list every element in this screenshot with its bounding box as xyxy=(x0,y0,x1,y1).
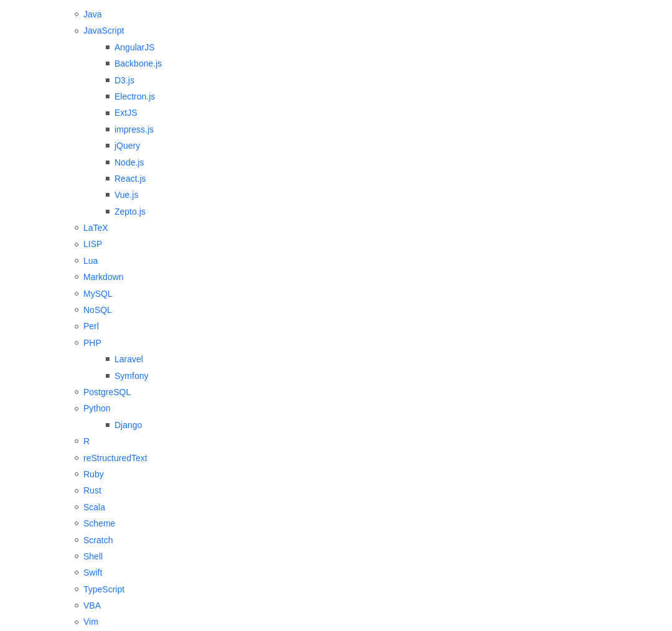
list-item: Lua xyxy=(0,253,672,269)
tree-link-shell[interactable]: Shell xyxy=(83,549,103,563)
circle-bullet-icon xyxy=(75,489,78,493)
circle-bullet-icon xyxy=(75,620,78,624)
list-item: Perl xyxy=(0,318,672,334)
circle-bullet-icon xyxy=(75,226,78,230)
square-bullet-icon xyxy=(106,128,110,131)
list-item: Zepto.js xyxy=(0,203,672,220)
circle-bullet-icon xyxy=(75,325,78,329)
tree-link-markdown[interactable]: Markdown xyxy=(83,270,124,284)
tree-link-impressjs[interactable]: impress.js xyxy=(114,123,154,136)
circle-bullet-icon xyxy=(75,390,78,394)
list-item: jQuery xyxy=(0,138,672,154)
tree-link-mysql[interactable]: MySQL xyxy=(83,287,113,301)
tree-link-jquery[interactable]: jQuery xyxy=(114,139,140,152)
list-item: VBA xyxy=(0,597,672,614)
circle-bullet-icon xyxy=(75,292,78,296)
tree-link-zeptojs[interactable]: Zepto.js xyxy=(114,205,146,218)
list-item: Backbone.js xyxy=(0,55,672,72)
square-bullet-icon xyxy=(106,374,110,378)
tree-link-lisp[interactable]: LISP xyxy=(83,237,102,251)
tree-link-perl[interactable]: Perl xyxy=(83,319,99,333)
square-bullet-icon xyxy=(106,111,110,115)
square-bullet-icon xyxy=(106,95,110,98)
list-item: Markdown xyxy=(0,269,672,285)
tree-link-symfony[interactable]: Symfony xyxy=(114,369,148,383)
tree-link-vim[interactable]: Vim xyxy=(83,615,98,629)
circle-bullet-icon xyxy=(75,587,78,591)
list-item: R xyxy=(0,433,672,449)
list-item: Node.js xyxy=(0,154,672,171)
tree-link-reactjs[interactable]: React.js xyxy=(114,172,146,185)
circle-bullet-icon xyxy=(75,521,78,525)
list-item: PHP xyxy=(0,335,672,351)
square-bullet-icon xyxy=(106,193,110,197)
square-bullet-icon xyxy=(106,62,110,65)
list-item: Shell xyxy=(0,548,672,564)
tree-link-java[interactable]: Java xyxy=(83,7,102,21)
list-item: PostgreSQL xyxy=(0,384,672,400)
circle-bullet-icon xyxy=(75,571,78,574)
tree-link-restructuredtext[interactable]: reStructuredText xyxy=(83,451,147,465)
tree-link-backbonejs[interactable]: Backbone.js xyxy=(114,57,162,70)
tree-link-vba[interactable]: VBA xyxy=(83,599,101,612)
circle-bullet-icon xyxy=(75,243,78,246)
circle-bullet-icon xyxy=(75,554,78,558)
tree-link-swift[interactable]: Swift xyxy=(83,566,102,579)
tree-link-rust[interactable]: Rust xyxy=(83,484,101,497)
tree-link-postgresql[interactable]: PostgreSQL xyxy=(83,385,131,399)
list-item: Laravel xyxy=(0,351,672,367)
circle-bullet-icon xyxy=(75,308,78,312)
square-bullet-icon xyxy=(106,45,110,49)
square-bullet-icon xyxy=(106,357,110,361)
list-item: Scratch xyxy=(0,532,672,548)
tree-link-nodejs[interactable]: Node.js xyxy=(114,156,144,169)
list-item: MySQL xyxy=(0,286,672,302)
tree-link-d3js[interactable]: D3.js xyxy=(114,73,134,87)
list-item: LaTeX xyxy=(0,220,672,236)
list-item: React.js xyxy=(0,171,672,187)
circle-bullet-icon xyxy=(75,12,78,16)
list-item: TypeScript xyxy=(0,581,672,597)
list-item: Scheme xyxy=(0,515,672,531)
circle-bullet-icon xyxy=(75,456,78,460)
circle-bullet-icon xyxy=(75,538,78,542)
list-item: Scala xyxy=(0,499,672,515)
tree-link-scala[interactable]: Scala xyxy=(83,500,105,514)
tree-link-typescript[interactable]: TypeScript xyxy=(83,582,124,596)
list-item: ExtJS xyxy=(0,105,672,121)
tree-link-laravel[interactable]: Laravel xyxy=(114,352,143,366)
tree-link-electronjs[interactable]: Electron.js xyxy=(114,90,155,103)
tree-link-r[interactable]: R xyxy=(83,434,90,448)
circle-bullet-icon xyxy=(75,275,78,279)
tree-link-scratch[interactable]: Scratch xyxy=(83,533,113,547)
circle-bullet-icon xyxy=(75,407,78,411)
list-item: JavaScript xyxy=(0,22,672,39)
tree-link-angularjs[interactable]: AngularJS xyxy=(114,40,155,54)
list-item: Python xyxy=(0,400,672,416)
circle-bullet-icon xyxy=(75,604,78,607)
list-item: Electron.js xyxy=(0,88,672,105)
circle-bullet-icon xyxy=(75,472,78,476)
list-item: reStructuredText xyxy=(0,450,672,466)
tree-link-javascript[interactable]: JavaScript xyxy=(83,24,124,37)
square-bullet-icon xyxy=(106,423,110,427)
tree-link-nosql[interactable]: NoSQL xyxy=(83,303,112,317)
tree-link-scheme[interactable]: Scheme xyxy=(83,516,115,530)
tree-link-extjs[interactable]: ExtJS xyxy=(114,106,138,119)
main-tree-list: JavaJavaScriptAngularJSBackbone.jsD3.jsE… xyxy=(0,6,672,631)
tree-link-vuejs[interactable]: Vue.js xyxy=(114,188,138,202)
square-bullet-icon xyxy=(106,144,110,147)
tree-link-latex[interactable]: LaTeX xyxy=(83,221,108,235)
tree-link-php[interactable]: PHP xyxy=(83,336,101,350)
list-item: Swift xyxy=(0,564,672,581)
circle-bullet-icon xyxy=(75,439,78,443)
list-item: LISP xyxy=(0,236,672,252)
list-item: NoSQL xyxy=(0,302,672,318)
tree-link-lua[interactable]: Lua xyxy=(83,254,98,268)
tree-link-django[interactable]: Django xyxy=(114,418,142,432)
circle-bullet-icon xyxy=(75,29,78,33)
square-bullet-icon xyxy=(106,78,110,82)
tree-link-python[interactable]: Python xyxy=(83,401,111,415)
tree-link-ruby[interactable]: Ruby xyxy=(83,467,104,481)
circle-bullet-icon xyxy=(75,259,78,263)
